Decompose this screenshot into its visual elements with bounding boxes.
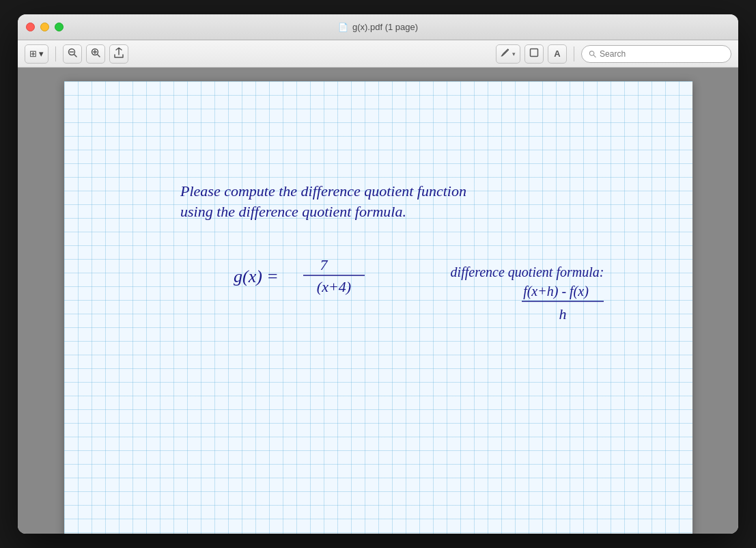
toolbar: ⊞ ▾: [18, 40, 738, 68]
zoom-in-icon: [91, 48, 100, 59]
svg-text:difference quotient formula:: difference quotient formula:: [450, 264, 604, 280]
search-container[interactable]: [581, 45, 731, 63]
titlebar: 📄 g(x).pdf (1 page): [18, 14, 738, 40]
svg-line-1: [74, 55, 77, 57]
svg-line-9: [593, 55, 596, 57]
svg-text:(x+4): (x+4): [316, 278, 350, 295]
traffic-lights: [26, 23, 64, 31]
pen-tool-button[interactable]: ▾: [496, 44, 520, 64]
zoom-out-icon: [68, 48, 77, 59]
svg-line-4: [98, 55, 100, 57]
minimize-button[interactable]: [40, 23, 49, 31]
annotation-icon: A: [554, 49, 560, 59]
annotation-button[interactable]: A: [548, 44, 567, 64]
pdf-icon: 📄: [338, 23, 348, 32]
pen-dropdown-icon: ▾: [512, 51, 516, 57]
sidebar-dropdown-icon: ▾: [39, 49, 44, 59]
svg-rect-7: [531, 49, 538, 57]
svg-text:h: h: [559, 305, 566, 323]
window-title: 📄 g(x).pdf (1 page): [338, 22, 418, 32]
search-input[interactable]: [600, 49, 724, 59]
svg-text:g(x)  =: g(x) =: [234, 266, 279, 286]
share-icon: [114, 47, 124, 60]
document-area: Please compute the difference quotient f…: [18, 68, 738, 534]
title-label: g(x).pdf (1 page): [352, 22, 418, 32]
svg-text:7: 7: [320, 256, 328, 273]
handwritten-svg: Please compute the difference quotient f…: [64, 81, 692, 534]
zoom-in-button[interactable]: [86, 44, 105, 64]
maximize-button[interactable]: [55, 23, 64, 31]
sidebar-toggle-button[interactable]: ⊞ ▾: [25, 44, 48, 64]
share-button[interactable]: [109, 44, 128, 64]
main-window: 📄 g(x).pdf (1 page) ⊞ ▾: [18, 14, 738, 534]
zoom-out-button[interactable]: [63, 44, 82, 64]
svg-text:Please compute the difference : Please compute the difference quotient f…: [180, 182, 466, 200]
toolbar-separator-2: [574, 46, 574, 61]
crop-icon: [529, 48, 539, 59]
toolbar-separator-1: [55, 46, 56, 61]
close-button[interactable]: [26, 23, 35, 31]
svg-text:using the difference quotient : using the difference quotient formula.: [180, 203, 406, 220]
crop-button[interactable]: [524, 44, 544, 64]
svg-text:f(x+h) - f(x): f(x+h) - f(x): [523, 284, 589, 299]
pdf-page: Please compute the difference quotient f…: [64, 81, 692, 534]
pen-icon: [501, 48, 510, 59]
sidebar-icon: ⊞: [29, 49, 37, 59]
search-icon: [589, 50, 596, 58]
grid-paper: Please compute the difference quotient f…: [64, 81, 692, 534]
